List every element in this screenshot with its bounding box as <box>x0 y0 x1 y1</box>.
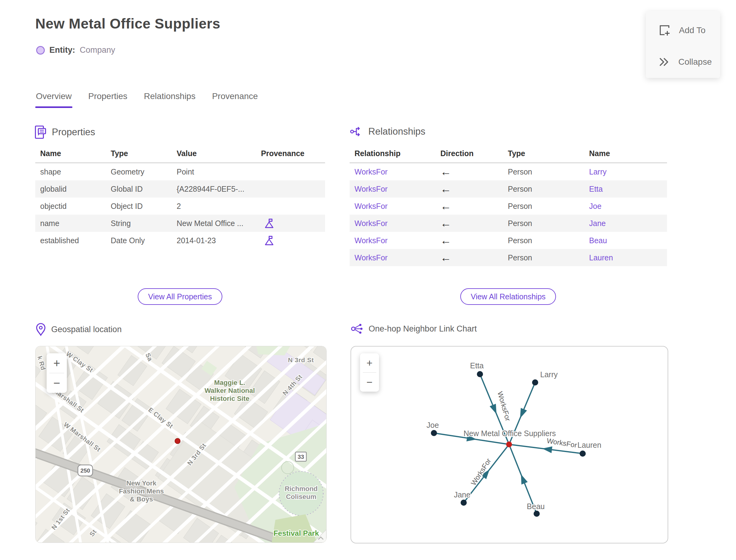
direction-arrow: ← <box>435 235 503 246</box>
property-type: Date Only <box>106 236 172 245</box>
node-joe[interactable] <box>431 430 437 436</box>
chart-zoom-out-button[interactable]: − <box>360 373 379 392</box>
add-to-icon <box>658 24 671 37</box>
view-all-properties-button[interactable]: View All Properties <box>138 288 222 305</box>
link-chart-icon <box>351 323 363 335</box>
entity-name-link[interactable]: Joe <box>589 202 601 211</box>
link-chart[interactable]: WorksForWorksForWorksForEttaLarryJoeLaur… <box>351 346 668 543</box>
column-header: Direction <box>435 149 503 158</box>
property-value: {A228944F-0EF5-... <box>172 185 256 194</box>
edge-label: WorksFor <box>469 457 493 487</box>
node-etta[interactable] <box>477 371 483 377</box>
column-header: Type <box>503 149 584 158</box>
property-row: nameStringNew Metal Office ... <box>35 215 325 232</box>
direction-arrow: ← <box>435 201 503 212</box>
relationship-row: WorksFor←PersonLarry <box>350 163 667 180</box>
relationship-row: WorksFor←PersonLauren <box>350 249 667 266</box>
property-provenance <box>256 218 325 228</box>
entity-type-cell: Person <box>503 185 584 194</box>
geospatial-map[interactable]: W Clay Stk RdSaMarshall StW Marshall StE… <box>35 346 327 543</box>
node-label-etta: Etta <box>470 361 484 370</box>
column-header: Provenance <box>256 149 325 158</box>
add-to-label: Add To <box>679 25 706 35</box>
property-row: establishedDate Only2014-01-23 <box>35 232 325 249</box>
entity-name-link[interactable]: Etta <box>589 185 603 194</box>
map-zoom-out-button[interactable]: − <box>47 373 67 393</box>
property-value: Point <box>172 167 256 176</box>
chart-zoom-in-button[interactable]: + <box>360 353 379 372</box>
property-type: String <box>106 219 172 228</box>
relationship-type-link[interactable]: WorksFor <box>355 202 388 211</box>
entity-label: Entity: <box>49 45 75 55</box>
entity-type-cell: Person <box>503 167 584 176</box>
relationships-table: RelationshipDirectionTypeName WorksFor←P… <box>350 149 667 266</box>
entity-overview-page: New Metal Office Suppliers Entity: Compa… <box>0 0 736 560</box>
add-to-button[interactable]: Add To <box>646 24 706 37</box>
place-label: RichmondColiseum <box>285 485 318 501</box>
entity-name-link[interactable]: Larry <box>589 167 607 176</box>
node-center-entity[interactable] <box>506 442 512 447</box>
relationships-icon <box>350 125 363 138</box>
collapse-label: Collapse <box>678 57 712 67</box>
tab-relationships[interactable]: Relationships <box>143 91 196 108</box>
node-label-center: New Metal Office Suppliers <box>463 429 556 438</box>
relationship-row: WorksFor←PersonJane <box>350 215 667 232</box>
relationship-type-link[interactable]: WorksFor <box>355 219 388 228</box>
column-header: Value <box>172 149 256 158</box>
property-type: Object ID <box>106 202 172 211</box>
edge-arrowhead <box>490 404 500 415</box>
property-name: name <box>35 219 106 228</box>
relationship-type-link[interactable]: WorksFor <box>355 236 388 245</box>
tab-provenance[interactable]: Provenance <box>211 91 258 108</box>
map-zoom-in-button[interactable]: + <box>47 353 67 373</box>
entity-name-link[interactable]: Beau <box>589 236 607 245</box>
direction-arrow: ← <box>435 183 503 194</box>
map-zoom-control: + − <box>47 353 67 393</box>
column-header: Name <box>584 149 667 158</box>
route-shield: 250 <box>78 465 93 476</box>
entity-name-link[interactable]: Lauren <box>589 253 613 262</box>
column-header: Type <box>106 149 172 158</box>
entity-location-marker[interactable] <box>175 439 180 444</box>
direction-arrow: ← <box>435 218 503 229</box>
provenance-flag-icon <box>265 218 274 228</box>
relationship-type-link[interactable]: WorksFor <box>355 253 388 262</box>
node-jane[interactable] <box>461 500 467 506</box>
relationships-table-header: RelationshipDirectionTypeName <box>350 149 667 163</box>
property-name: established <box>35 236 106 245</box>
node-label-joe: Joe <box>427 421 439 429</box>
svg-text:33: 33 <box>297 454 304 460</box>
property-type: Geometry <box>106 167 172 176</box>
edge-arrowhead <box>518 473 527 485</box>
relationships-section-title: Relationships <box>368 126 425 137</box>
properties-section-title: Properties <box>52 127 95 138</box>
actions-panel: Add To Collapse <box>646 11 720 78</box>
tab-overview[interactable]: Overview <box>35 91 72 108</box>
entity-type-row: Entity: Company <box>36 45 115 55</box>
tab-properties[interactable]: Properties <box>88 91 128 108</box>
property-provenance <box>256 235 325 246</box>
relationship-type-link[interactable]: WorksFor <box>355 185 388 194</box>
property-row: shapeGeometryPoint <box>35 163 325 180</box>
node-lauren[interactable] <box>580 451 586 457</box>
property-row: objectidObject ID2 <box>35 198 325 215</box>
collapse-button[interactable]: Collapse <box>646 56 712 67</box>
entity-type-value: Company <box>80 45 115 55</box>
geospatial-section-header: Geospatial location <box>36 323 122 336</box>
linkchart-section-header: One-hop Neighbor Link Chart <box>351 323 477 335</box>
relationship-row: WorksFor←PersonBeau <box>350 232 667 249</box>
property-name: objectid <box>35 202 106 211</box>
entity-type-cell: Person <box>503 253 584 262</box>
relationship-type-link[interactable]: WorksFor <box>355 167 388 176</box>
property-value: 2014-01-23 <box>172 236 256 245</box>
properties-table-header: NameTypeValueProvenance <box>35 149 325 163</box>
property-value: New Metal Office ... <box>172 219 256 228</box>
provenance-flag-icon <box>265 235 274 246</box>
column-header: Relationship <box>350 149 435 158</box>
direction-arrow: ← <box>435 252 503 263</box>
node-larry[interactable] <box>532 379 538 385</box>
entity-name-link[interactable]: Jane <box>589 219 606 228</box>
property-row: globalidGlobal ID{A228944F-0EF5-... <box>35 180 325 198</box>
view-all-relationships-button[interactable]: View All Relationships <box>460 288 556 305</box>
node-beau[interactable] <box>534 511 540 517</box>
